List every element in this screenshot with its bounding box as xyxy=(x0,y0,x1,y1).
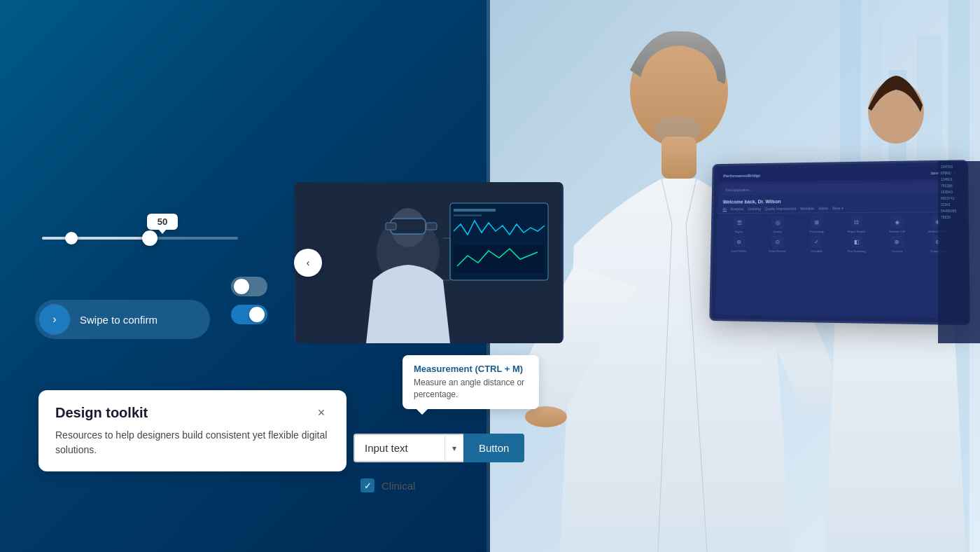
checkbox-group: ✓ Clinical xyxy=(360,478,415,492)
laptop-icon-5: ◈ Scanner Util xyxy=(878,216,916,233)
laptop-brand-label: PerformanceBridge xyxy=(723,174,760,179)
laptop-nav-admin: Admin xyxy=(818,206,828,211)
swipe-handle: › xyxy=(39,304,70,335)
data-row-4: 781234 xyxy=(941,183,977,189)
slider-fill xyxy=(42,237,150,240)
laptop-icon-label-9: Checklist xyxy=(811,249,822,253)
laptop-icon-label-1: Paylier xyxy=(735,230,743,233)
laptop-icons-grid: ☰ Paylier ◎ Quality ⊞ Productivity ⊡ Rep… xyxy=(717,212,962,256)
laptop-icon-4: ⊡ Report Search xyxy=(838,216,876,233)
svg-rect-9 xyxy=(454,214,482,216)
laptop-nav-quality: Quality Improvement xyxy=(765,207,797,212)
slider-tooltip: 50 xyxy=(147,214,178,230)
toggle-knob-1 xyxy=(234,279,249,294)
data-row-9: 78230 xyxy=(941,214,977,221)
laptop-icon-box-8: ⊙ xyxy=(771,235,784,248)
input-group: ▾ Button xyxy=(354,434,524,462)
checkbox-clinical[interactable]: ✓ xyxy=(360,478,374,492)
laptop-search-bar: Find application... 🔍 xyxy=(722,182,958,195)
toggle-switch-1[interactable] xyxy=(231,277,267,296)
ar-scene-svg xyxy=(296,182,562,343)
tooltip-title: Measurement (CTRL + M) xyxy=(414,364,528,374)
toolkit-card-title: Design toolkit xyxy=(55,405,148,421)
toolkit-card-description: Resources to help designers build consis… xyxy=(55,428,330,457)
toggle-knob-2 xyxy=(249,307,265,322)
laptop-icon-1: ☰ Paylier xyxy=(721,216,757,234)
laptop-icon-label-4: Report Search xyxy=(848,230,866,233)
svg-rect-4 xyxy=(386,223,396,230)
tooltip-pointer xyxy=(416,409,428,415)
data-row-5: 193840 xyxy=(941,189,977,195)
laptop-icon-box-11: ⊛ xyxy=(890,235,903,248)
laptop-icon-box-9: ✓ xyxy=(811,235,823,248)
laptop-nav-workflow: Workflow xyxy=(800,207,814,212)
nav-arrow-button[interactable]: ‹ xyxy=(294,249,322,277)
data-row-7: 22341 xyxy=(941,202,977,208)
toolkit-card-close-button[interactable]: × xyxy=(313,404,330,421)
data-row-3: 134501 xyxy=(941,177,977,183)
laptop-nav-all: All xyxy=(722,207,726,212)
data-column: 234783 67901 134501 781234 193840 892374… xyxy=(938,161,980,343)
laptop-icon-label-2: Quality xyxy=(774,230,782,233)
laptop-icon-7: ⊖ Case Notifier xyxy=(720,235,757,253)
laptop-icon-box-4: ⊡ xyxy=(850,216,863,228)
laptop-icon-9: ✓ Checklist xyxy=(798,235,836,253)
ar-image-container xyxy=(294,182,564,343)
slider-container: 50 xyxy=(42,214,238,240)
laptop-header: PerformanceBridge James Wilson ▾ xyxy=(718,166,962,182)
swipe-chevron-icon: › xyxy=(52,313,56,326)
svg-rect-7 xyxy=(454,245,545,273)
tooltip-description: Measure an angle distance or percentage. xyxy=(414,377,528,401)
laptop-icon-box-5: ◈ xyxy=(890,216,903,228)
ar-image-inner xyxy=(294,182,564,343)
laptop-search-text: Find application... xyxy=(726,186,947,192)
input-action-button[interactable]: Button xyxy=(463,434,524,462)
laptop-icon-label-3: Productivity xyxy=(810,230,824,233)
laptop-icon-10: ◧ Post Scanning xyxy=(837,235,875,253)
nav-arrow-icon: ‹ xyxy=(307,257,310,268)
checkbox-check-icon: ✓ xyxy=(364,481,372,491)
svg-point-22 xyxy=(525,406,567,427)
laptop-icon-3: ⊞ Productivity xyxy=(798,216,836,233)
data-row-2: 67901 xyxy=(941,170,977,177)
svg-rect-21 xyxy=(662,137,696,179)
data-row-8: 54499285 xyxy=(941,208,977,214)
toolkit-card: Design toolkit × Resources to help desig… xyxy=(38,390,346,471)
toggle-container xyxy=(231,277,267,324)
dropdown-chevron-icon: ▾ xyxy=(452,443,456,453)
laptop-nav-learning: Learning xyxy=(748,207,761,212)
laptop-icon-box-2: ◎ xyxy=(771,216,784,229)
laptop-icon-label-11: Connect xyxy=(892,249,902,253)
laptop-icon-11: ⊛ Connect xyxy=(878,235,916,253)
left-panel: 50 › Swipe to confirm xyxy=(0,0,490,552)
toolkit-card-header: Design toolkit × xyxy=(55,404,330,421)
toggle-switch-2[interactable] xyxy=(231,305,267,324)
checkbox-clinical-label: Clinical xyxy=(382,480,415,492)
input-dropdown-button[interactable]: ▾ xyxy=(444,434,463,462)
laptop-icon-label-7: Case Notifier xyxy=(731,249,746,253)
laptop-icon-box-7: ⊖ xyxy=(733,235,746,248)
laptop-icon-label-8: Exam Review xyxy=(769,249,786,253)
data-row-1: 234783 xyxy=(941,164,977,170)
input-text-field[interactable] xyxy=(354,434,444,462)
laptop-icon-box-3: ⊞ xyxy=(811,216,823,228)
laptop-nav-more: More ▾ xyxy=(832,206,844,211)
swipe-to-confirm[interactable]: › Swipe to confirm xyxy=(35,300,210,339)
laptop-icon-label-10: Post Scanning xyxy=(848,249,866,253)
laptop-icon-8: ⊙ Exam Review xyxy=(759,235,796,253)
laptop-screen: PerformanceBridge James Wilson ▾ Find ap… xyxy=(709,160,970,325)
laptop-screen-inner: PerformanceBridge James Wilson ▾ Find ap… xyxy=(715,166,963,318)
slider-thumb-left[interactable] xyxy=(65,232,78,244)
measurement-tooltip: Measurement (CTRL + M) Measure an angle … xyxy=(402,355,539,409)
slider-thumb-right[interactable] xyxy=(142,230,158,246)
laptop-nav-analytics: Analytics xyxy=(730,207,743,212)
swipe-label: Swipe to confirm xyxy=(80,314,158,326)
svg-rect-8 xyxy=(454,209,496,212)
laptop-icon-box-10: ◧ xyxy=(850,235,863,248)
slider-track[interactable] xyxy=(42,237,238,240)
data-row-6: 8923741 xyxy=(941,195,977,202)
svg-point-23 xyxy=(868,81,924,144)
laptop-icon-2: ◎ Quality xyxy=(760,216,797,233)
laptop-icon-label-5: Scanner Util xyxy=(889,230,904,233)
laptop-icon-box-1: ☰ xyxy=(733,216,745,229)
